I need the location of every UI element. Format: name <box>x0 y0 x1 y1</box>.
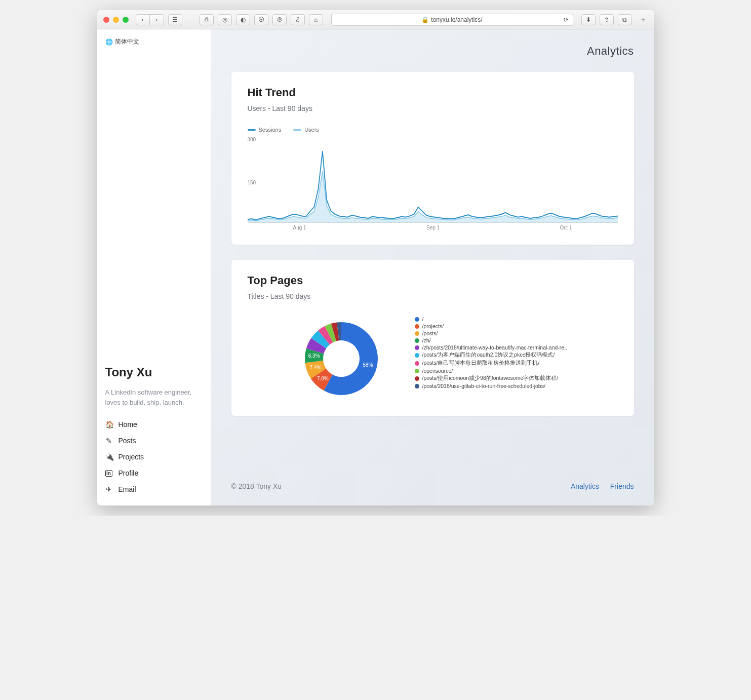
sidebar-item-projects[interactable]: 🔌Projects <box>105 449 203 465</box>
sidebar-item-email[interactable]: ✈Email <box>105 481 203 497</box>
legend-item: /posts/使用icomoon减少98的fontawesome字体加载体积/ <box>415 374 567 382</box>
rss-icon[interactable]: ⦿ <box>254 14 268 25</box>
legend-dot <box>415 324 419 329</box>
top-pages-subheading: Titles - Last 90 days <box>248 292 618 300</box>
language-label: 简体中文 <box>115 37 139 46</box>
legend-item: / <box>415 316 567 323</box>
sidebar-nav: 🏠Home ✎Posts 🔌Projects inProfile ✈Email <box>105 416 203 497</box>
legend-dot <box>415 338 419 343</box>
share-icon[interactable]: ⇪ <box>600 14 614 25</box>
line-chart: 300 150 <box>248 137 618 223</box>
site-title: Tony Xu <box>105 365 203 379</box>
legend-label: /posts/自己写脚本每日爬取租房价格推送到手机/ <box>422 360 540 367</box>
donut-legend: //projects//posts//zh//zh/posts/2018/ult… <box>415 316 567 402</box>
minimize-window-button[interactable] <box>113 17 119 23</box>
legend-dot <box>415 345 419 350</box>
main-content: Analytics Hit Trend Users - Last 90 days… <box>211 29 654 505</box>
sidebar-item-label: Projects <box>118 453 144 461</box>
hit-trend-heading: Hit Trend <box>248 86 618 99</box>
plug-icon: 🔌 <box>105 453 112 461</box>
svg-text:58%: 58% <box>363 362 373 368</box>
users-swatch <box>293 129 301 131</box>
legend-label: /posts/2018/use-gitlab-ci-to-run-free-sc… <box>422 383 545 389</box>
legend-item: /projects/ <box>415 323 567 330</box>
legend-dot <box>415 369 419 373</box>
donut-chart: 58%7.8%7.4%6.3% <box>298 316 384 402</box>
line-chart-legend: Sessions Users <box>248 127 618 133</box>
footer-link-analytics[interactable]: Analytics <box>571 482 599 490</box>
home-icon: 🏠 <box>105 420 112 429</box>
page-title: Analytics <box>231 45 634 58</box>
legend-dot <box>415 361 419 366</box>
legend-label: /posts/使用icomoon减少98的fontawesome字体加载体积/ <box>422 375 559 382</box>
legend-label: /opensource/ <box>422 368 453 374</box>
top-pages-heading: Top Pages <box>248 274 618 287</box>
legend-dot <box>415 317 419 322</box>
maximize-window-button[interactable] <box>123 17 129 23</box>
hit-trend-card: Hit Trend Users - Last 90 days Sessions … <box>231 72 634 245</box>
legend-users: Users <box>293 127 319 133</box>
line-chart-x-axis: Aug 1 Sep 1 Oct 1 <box>248 223 618 230</box>
linkedin-icon: in <box>105 470 112 477</box>
footer-link-friends[interactable]: Friends <box>610 482 634 490</box>
evernote-icon[interactable]: ℰ <box>291 14 305 25</box>
extension-icon[interactable]: ◐ <box>236 14 250 25</box>
legend-label: /posts/为客户端而生的oauth2.0协议之pkce授权码模式/ <box>422 352 555 359</box>
legend-dot <box>415 331 419 336</box>
legend-label: / <box>422 316 424 322</box>
legend-sessions: Sessions <box>248 127 282 133</box>
site-sidebar: 🌐 简体中文 Tony Xu A LinkedIn software engin… <box>97 29 211 505</box>
top-pages-card: Top Pages Titles - Last 90 days 58%7.8%7… <box>231 260 634 416</box>
sidebar-toggle-button[interactable]: ☰ <box>168 14 182 25</box>
url-text: tonyxu.io/analytics/ <box>431 16 482 23</box>
legend-label: /posts/ <box>422 330 438 336</box>
legend-label: /zh/posts/2018/ultimate-way-to-beautify-… <box>422 344 567 351</box>
legend-item: /posts/为客户端而生的oauth2.0协议之pkce授权码模式/ <box>415 351 567 359</box>
legend-dot <box>415 384 419 388</box>
sidebar-item-label: Home <box>118 420 137 429</box>
hit-trend-subheading: Users - Last 90 days <box>248 104 618 112</box>
address-bar[interactable]: 🔒 tonyxu.io/analytics/ ⟳ <box>331 14 573 26</box>
svg-text:7.4%: 7.4% <box>309 365 321 370</box>
sidebar-item-posts[interactable]: ✎Posts <box>105 433 203 449</box>
language-switcher[interactable]: 🌐 简体中文 <box>105 37 203 46</box>
legend-label: /projects/ <box>422 323 444 329</box>
copyright: © 2018 Tony Xu <box>231 482 282 490</box>
footer-links: Analytics Friends <box>562 482 634 490</box>
site-description: A LinkedIn software engineer, loves to b… <box>105 387 203 407</box>
legend-label: /zh/ <box>422 337 431 343</box>
browser-chrome: ‹ › ☰ ⎙ ◎ ◐ ⦿ ℗ ℰ ⌂ 🔒 tonyxu.io/analytic… <box>97 10 654 29</box>
legend-item: /posts/ <box>415 330 567 337</box>
legend-item: /zh/ <box>415 337 567 344</box>
forward-button[interactable]: › <box>150 14 164 25</box>
paper-plane-icon: ✈ <box>105 485 112 493</box>
sidebar-item-label: Posts <box>118 437 136 445</box>
legend-item: /posts/2018/use-gitlab-ci-to-run-free-sc… <box>415 382 567 390</box>
back-button[interactable]: ‹ <box>136 14 150 25</box>
pinterest-icon[interactable]: ℗ <box>272 14 287 25</box>
print-icon[interactable]: ⎙ <box>200 14 214 25</box>
extension-icon[interactable]: ◎ <box>218 14 232 25</box>
lock-icon: 🔒 <box>421 16 429 23</box>
sidebar-item-home[interactable]: 🏠Home <box>105 416 203 433</box>
legend-dot <box>415 376 419 381</box>
svg-text:6.3%: 6.3% <box>308 353 320 359</box>
new-tab-button[interactable]: ＋ <box>638 10 648 29</box>
globe-icon: 🌐 <box>105 38 113 46</box>
legend-item: /opensource/ <box>415 367 567 374</box>
sessions-swatch <box>248 129 256 131</box>
downloads-icon[interactable]: ⬇ <box>581 14 596 25</box>
svg-text:7.8%: 7.8% <box>317 376 328 381</box>
reload-icon[interactable]: ⟳ <box>564 16 569 23</box>
tabs-icon[interactable]: ⧉ <box>618 14 632 25</box>
close-window-button[interactable] <box>103 17 109 23</box>
sidebar-item-profile[interactable]: inProfile <box>105 465 203 481</box>
legend-item: /zh/posts/2018/ultimate-way-to-beautify-… <box>415 344 567 351</box>
sidebar-item-label: Email <box>118 485 136 493</box>
traffic-lights <box>103 17 129 23</box>
sidebar-item-label: Profile <box>118 469 139 477</box>
pencil-icon: ✎ <box>105 437 112 445</box>
legend-item: /posts/自己写脚本每日爬取租房价格推送到手机/ <box>415 359 567 367</box>
home-icon[interactable]: ⌂ <box>309 14 323 25</box>
legend-dot <box>415 353 419 358</box>
